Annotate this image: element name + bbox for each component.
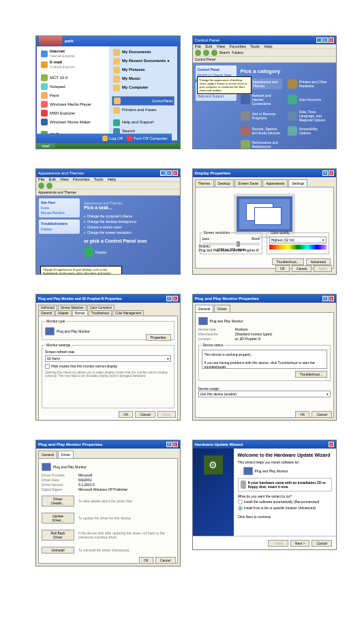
ok-button[interactable]: OK [275, 265, 290, 272]
start-button[interactable]: start [36, 143, 55, 149]
menu-file[interactable]: File [195, 44, 202, 48]
category-printers[interactable]: Printers and Other Hardware [288, 78, 329, 89]
menu-edit[interactable]: Edit [205, 44, 212, 48]
back-button[interactable]: < Back [268, 540, 288, 547]
cancel-button[interactable]: Cancel [312, 411, 332, 418]
next-button[interactable]: Next > [290, 540, 310, 547]
menu-item-internet[interactable]: InternetInternet Explorer [40, 48, 106, 59]
advanced-button[interactable]: Advanced [306, 258, 331, 265]
category-accessibility[interactable]: Accessibility Options [288, 126, 329, 136]
resolution-slider[interactable] [202, 243, 260, 245]
menu-item-control-panel[interactable]: Control Panel [112, 96, 175, 106]
close-button[interactable]: × [172, 442, 178, 447]
menu-item-mct[interactable]: MCT 10.0 [40, 74, 106, 82]
forward-button[interactable] [203, 50, 209, 56]
menu-item-my-music[interactable]: My Music [112, 75, 175, 83]
cancel-button[interactable]: Cancel [155, 557, 176, 564]
up-button[interactable] [211, 50, 217, 56]
tab-driver[interactable]: Driver [58, 451, 74, 458]
tab-troubleshoot[interactable]: Troubleshoot [89, 310, 112, 316]
close-button[interactable]: × [329, 37, 334, 43]
help-button[interactable]: ? [322, 296, 328, 301]
refresh-rate-select[interactable]: 60 Hertz▾ [45, 355, 171, 362]
tab-monitor[interactable]: Monitor [72, 310, 88, 316]
back-button[interactable] [195, 50, 201, 56]
close-button[interactable]: × [329, 442, 334, 447]
menu-item-help[interactable]: Help and Support [112, 119, 175, 127]
forward-button[interactable] [46, 183, 52, 189]
menu-tools[interactable]: Tools [250, 44, 260, 48]
maximize-button[interactable]: □ [166, 170, 172, 176]
rollback-driver-button[interactable]: Roll Back Driver [42, 530, 74, 541]
menu-item-recent-docs[interactable]: My Recent Documents ▸ [112, 57, 175, 65]
menu-view[interactable]: View [217, 44, 226, 48]
color-quality-select[interactable]: Highest (32 bit)▾ [269, 237, 327, 243]
tab-driver[interactable]: Driver [214, 305, 230, 312]
task-background[interactable]: Change the desktop background [84, 219, 173, 224]
cancel-button[interactable]: Cancel [292, 265, 312, 272]
address-bar[interactable]: Control Panel [193, 57, 337, 63]
category-performance[interactable]: Performance and Maintenance [241, 140, 282, 149]
menu-item-msn[interactable]: MSN Explorer [40, 109, 106, 117]
device-usage-select[interactable]: Use this device (enable)▾ [198, 391, 331, 397]
properties-button[interactable]: Properties [146, 334, 171, 341]
tab-themes[interactable]: Themes [195, 179, 214, 187]
tab-appearance[interactable]: Appearance [262, 179, 288, 187]
category-sounds[interactable]: Sounds, Speech, and Audio Devices [241, 126, 282, 136]
menu-item-my-pictures[interactable]: My Pictures [112, 66, 175, 74]
apply-button[interactable]: Apply [157, 411, 176, 418]
troubleshoot-button[interactable]: Troubleshoot... [272, 258, 304, 265]
tab-general[interactable]: General [38, 451, 57, 458]
ok-button[interactable]: OK [139, 557, 153, 564]
help-button[interactable]: ? [322, 170, 328, 176]
category-datetime[interactable]: Date, Time, Language, and Regional Optio… [288, 110, 329, 122]
minimize-button[interactable]: _ [160, 170, 166, 176]
option-list[interactable]: Install from a list or specific location… [238, 506, 333, 511]
log-off-button[interactable]: Log Off [102, 136, 123, 141]
task-theme[interactable]: Change the computer's theme [84, 214, 173, 218]
menu-item-paint[interactable]: Paint [40, 91, 106, 100]
back-button[interactable] [38, 183, 44, 189]
tab-geforce[interactable]: GeForce3 [38, 305, 57, 310]
tab-screensaver[interactable]: Screen Saver [234, 179, 262, 187]
category-network[interactable]: Network and Internet Connections [241, 93, 282, 106]
cancel-button[interactable]: Cancel [135, 411, 155, 418]
tab-general[interactable]: General [195, 305, 214, 312]
ok-button[interactable]: OK [119, 411, 133, 418]
menu-item-my-computer[interactable]: My Computer [112, 84, 175, 92]
ok-button[interactable]: OK [295, 411, 309, 418]
menu-item-notepad[interactable]: Notepad [40, 82, 106, 91]
minimize-button[interactable]: _ [316, 37, 322, 43]
category-users[interactable]: User Accounts [288, 93, 329, 106]
task-screensaver[interactable]: Choose a screen saver [84, 225, 173, 229]
close-button[interactable]: × [172, 170, 178, 176]
turn-off-button[interactable]: Turn Off Computer [127, 136, 168, 141]
tab-desktop[interactable]: Desktop [215, 179, 234, 187]
troubleshoot-button[interactable]: Troubleshoot... [295, 371, 327, 378]
maximize-button[interactable]: □ [322, 37, 328, 43]
menu-help[interactable]: Help [264, 44, 272, 48]
address-bar[interactable]: Appearance and Themes [36, 190, 180, 196]
menu-item-wmp[interactable]: Windows Media Player [40, 100, 106, 108]
help-link[interactable]: Help and Support [198, 94, 234, 98]
menu-item-my-documents[interactable]: My Documents [112, 48, 175, 57]
menu-item-moviemaker[interactable]: Windows Movie Maker [40, 118, 106, 126]
driver-details-button[interactable]: Driver Details... [42, 496, 74, 506]
close-button[interactable]: × [172, 296, 178, 301]
close-button[interactable]: × [329, 170, 334, 176]
hide-modes-checkbox[interactable]: Hide modes that this monitor cannot disp… [45, 364, 171, 369]
close-button[interactable]: × [329, 296, 334, 301]
menu-item-email[interactable]: E-mailOutlook Express [40, 59, 106, 70]
menu-item-printers[interactable]: Printers and Faxes [112, 106, 175, 115]
help-button[interactable]: ? [166, 442, 172, 447]
tab-device-selection[interactable]: Device Selection [58, 305, 87, 310]
icon-display[interactable]: Display [84, 247, 173, 257]
tab-settings[interactable]: Settings [288, 179, 307, 187]
tab-general[interactable]: General [38, 310, 55, 316]
help-button[interactable]: ? [166, 296, 172, 301]
option-auto[interactable]: Install the software automatically (Reco… [238, 500, 333, 504]
tab-adapter[interactable]: Adapter [55, 310, 72, 316]
task-resolution[interactable]: Change the screen resolution [84, 230, 173, 234]
category-addremove[interactable]: Add or Remove Programs [241, 110, 282, 122]
menu-favorites[interactable]: Favorites [229, 44, 246, 48]
